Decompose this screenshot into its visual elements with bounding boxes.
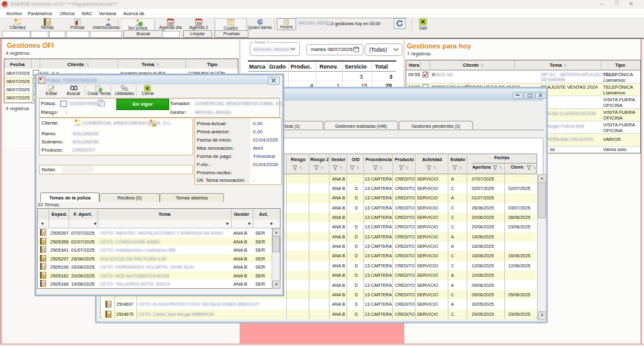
svg-text:23: 23 [197, 21, 201, 25]
svg-text:23: 23 [169, 21, 173, 25]
